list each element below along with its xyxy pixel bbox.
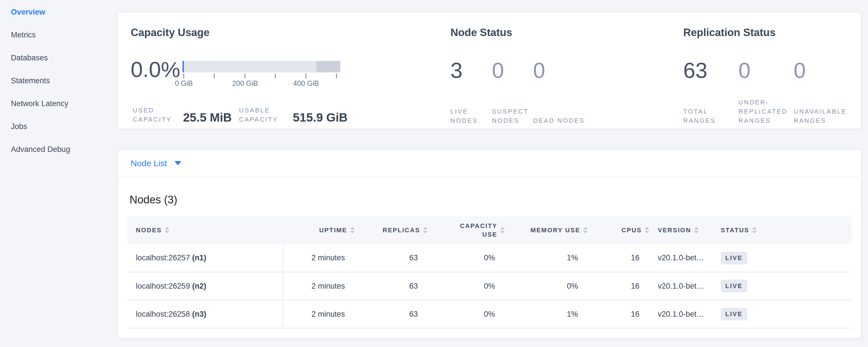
- view-selector-bar: Node List: [118, 150, 861, 177]
- live-nodes-stat: 3 LIVE NODES: [451, 58, 492, 125]
- under-replicated-ranges-label: UNDER-REPLICATED RANGES: [739, 98, 794, 125]
- live-nodes-label: LIVE NODES: [451, 107, 492, 125]
- dead-nodes-value: 0: [533, 58, 593, 83]
- sidebar-item-advanced-debug[interactable]: Advanced Debug: [0, 138, 117, 161]
- sort-icon[interactable]: [752, 227, 757, 233]
- column-header-capacity-use[interactable]: CAPACITY USE: [428, 216, 505, 244]
- cpus-cell: 16: [588, 244, 649, 272]
- column-label: REPLICAS: [383, 227, 420, 234]
- axis-tick: [305, 73, 306, 78]
- capacity-usage-section: Capacity Usage 0.0% 0 GiB 200 GiB 400 Gi…: [131, 12, 448, 129]
- column-header-memory-use[interactable]: MEMORY USE: [505, 216, 588, 244]
- node-id: (n2): [192, 282, 207, 290]
- uptime-cell: 2 minutes: [283, 244, 354, 272]
- axis-label-0gib: 0 GiB: [175, 79, 193, 88]
- capacity-bar-track: [183, 61, 340, 72]
- node-address: localhost:26258: [136, 310, 190, 318]
- sort-icon[interactable]: [583, 227, 588, 233]
- usable-capacity-label: USABLE CAPACITY: [239, 106, 285, 124]
- under-replicated-ranges-stat: 0 UNDER-REPLICATED RANGES: [739, 58, 794, 125]
- sort-icon[interactable]: [694, 227, 699, 233]
- column-label: MEMORY USE: [530, 227, 580, 234]
- sidebar-item-statements[interactable]: Statements: [0, 69, 117, 92]
- sidebar-item-overview[interactable]: Overview: [0, 1, 117, 24]
- node-address-link[interactable]: localhost:26259 (n2): [136, 282, 206, 290]
- capacity-use-cell: 0%: [428, 244, 505, 272]
- under-replicated-ranges-value: 0: [739, 58, 794, 83]
- dead-nodes-label: DEAD NODES: [533, 116, 593, 125]
- unavailable-ranges-stat: 0 UNAVAILABLE RANGES: [794, 58, 864, 125]
- used-capacity-label: USED CAPACITY: [133, 106, 179, 124]
- sort-icon[interactable]: [423, 227, 428, 233]
- node-status-title: Node Status: [451, 26, 512, 39]
- capacity-use-cell: 0%: [428, 272, 505, 300]
- sidebar-item-jobs[interactable]: Jobs: [0, 115, 117, 138]
- column-header-uptime[interactable]: UPTIME: [283, 216, 354, 244]
- sidebar-item-network-latency[interactable]: Network Latency: [0, 92, 117, 115]
- main-content: Capacity Usage 0.0% 0 GiB 200 GiB 400 Gi…: [117, 11, 862, 339]
- nodes-heading: Nodes (3): [129, 193, 852, 206]
- replication-status-title: Replication Status: [683, 26, 776, 39]
- node-address: localhost:26257: [136, 253, 190, 262]
- table-header-row: NODES UPTIME REPLICAS CAPACITY USE MEMOR: [127, 216, 852, 244]
- axis-tick: [336, 73, 337, 78]
- axis-label-400gib: 400 GiB: [293, 79, 319, 88]
- table-row-node-2: localhost:26259 (n2) 2 minutes 63 0% 0% …: [127, 272, 852, 300]
- node-id: (n3): [192, 310, 207, 318]
- total-ranges-label: TOTAL RANGES: [683, 107, 739, 125]
- column-header-cpus[interactable]: CPUS: [588, 216, 649, 244]
- axis-tick: [183, 73, 184, 78]
- memory-use-cell: 0%: [505, 272, 588, 300]
- replication-status-section: Replication Status 63 TOTAL RANGES 0 UND…: [683, 12, 866, 129]
- node-address-link[interactable]: localhost:26257 (n1): [136, 253, 206, 262]
- sidebar-item-metrics[interactable]: Metrics: [0, 24, 117, 46]
- sort-icon[interactable]: [500, 227, 505, 233]
- total-ranges-value: 63: [683, 58, 739, 83]
- cpus-cell: 16: [588, 272, 649, 300]
- suspect-nodes-value: 0: [492, 58, 533, 83]
- sort-icon[interactable]: [165, 227, 169, 233]
- usable-capacity-value: 515.9 GiB: [293, 111, 347, 124]
- chevron-down-icon[interactable]: [175, 161, 181, 165]
- column-header-status[interactable]: STATUS: [712, 216, 852, 244]
- column-label: STATUS: [721, 227, 749, 234]
- dead-nodes-stat: 0 DEAD NODES: [533, 58, 593, 125]
- capacity-used-percent: 0.0%: [131, 57, 180, 82]
- axis-tick: [275, 73, 276, 78]
- sort-icon[interactable]: [645, 227, 649, 233]
- nodes-card: Node List Nodes (3) NODES UPTIME: [117, 149, 862, 339]
- column-header-version[interactable]: VERSION: [649, 216, 712, 244]
- replicas-cell: 63: [354, 244, 428, 272]
- capacity-usage-bar-chart: 0 GiB 200 GiB 400 GiB: [183, 61, 340, 72]
- memory-use-cell: 1%: [505, 244, 588, 272]
- node-address-link[interactable]: localhost:26258 (n3): [136, 310, 206, 318]
- axis-tick: [245, 73, 245, 78]
- sidebar-item-databases[interactable]: Databases: [0, 46, 117, 69]
- sort-icon[interactable]: [350, 227, 354, 233]
- suspect-nodes-stat: 0 SUSPECT NODES: [492, 58, 533, 125]
- column-header-replicas[interactable]: REPLICAS: [354, 216, 428, 244]
- column-label: CPUS: [621, 227, 642, 234]
- axis-label-200gib: 200 GiB: [232, 79, 258, 88]
- column-label: CAPACITY USE: [455, 222, 497, 239]
- capacity-usage-title: Capacity Usage: [131, 26, 210, 39]
- unavailable-ranges-value: 0: [794, 58, 864, 83]
- node-list-dropdown[interactable]: Node List: [131, 158, 167, 168]
- replicas-cell: 63: [354, 272, 428, 300]
- capacity-use-cell: 0%: [428, 300, 505, 328]
- nodes-table: NODES UPTIME REPLICAS CAPACITY USE MEMOR: [127, 216, 852, 328]
- status-badge: LIVE: [721, 252, 747, 264]
- sidebar: Overview Metrics Databases Statements Ne…: [0, 0, 117, 161]
- node-id: (n1): [192, 253, 207, 262]
- version-cell: v20.1.0-bet…: [649, 272, 712, 300]
- suspect-nodes-label: SUSPECT NODES: [492, 107, 533, 125]
- capacity-bar-other-data-segment: [316, 61, 340, 72]
- status-badge: LIVE: [721, 308, 747, 320]
- table-row-node-3: localhost:26258 (n3) 2 minutes 63 0% 1% …: [127, 300, 852, 328]
- axis-tick: [214, 73, 215, 78]
- unavailable-ranges-label: UNAVAILABLE RANGES: [794, 107, 864, 125]
- column-label: VERSION: [658, 227, 691, 234]
- version-cell: v20.1.0-bet…: [649, 244, 712, 272]
- uptime-cell: 2 minutes: [283, 300, 354, 328]
- column-header-nodes[interactable]: NODES: [127, 216, 283, 244]
